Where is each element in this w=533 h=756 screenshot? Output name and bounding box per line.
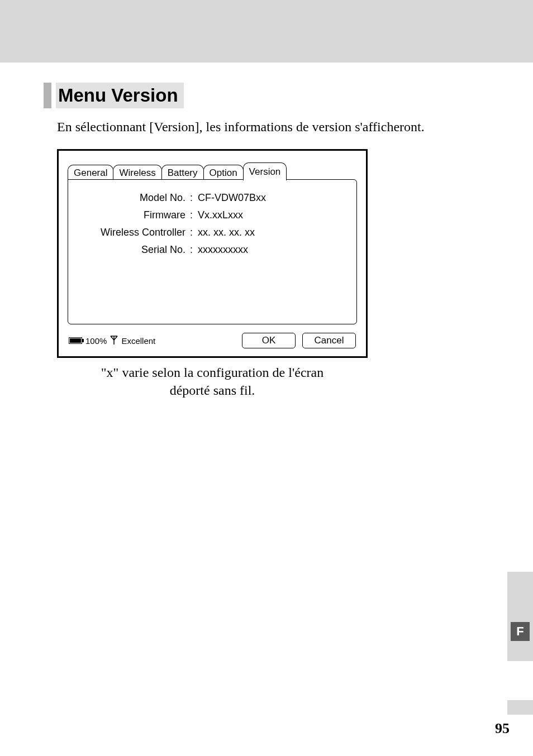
caption-line-2: déporté sans fil.	[170, 383, 255, 398]
figure-caption: "x" varie selon la configuration de l'éc…	[57, 363, 368, 400]
value-firmware: Vx.xxLxxx	[198, 209, 346, 221]
label-firmware: Firmware	[78, 209, 190, 221]
tab-version[interactable]: Version	[243, 162, 287, 181]
caption-line-1: "x" varie selon la configuration de l'éc…	[101, 365, 323, 380]
tab-general[interactable]: General	[68, 165, 113, 180]
tab-option[interactable]: Option	[203, 165, 244, 180]
colon: :	[190, 244, 198, 256]
heading-accent-bar	[44, 83, 51, 108]
page-number: 95	[495, 720, 510, 737]
colon: :	[190, 209, 198, 221]
status-indicators: 100% Excellent	[69, 336, 235, 346]
heading-text: Menu Version	[56, 83, 184, 108]
tab-battery[interactable]: Battery	[161, 165, 204, 180]
page-content: Menu Version En sélectionnant [Version],…	[0, 63, 533, 400]
intro-paragraph: En sélectionnant [Version], les informat…	[57, 119, 499, 135]
svg-line-1	[111, 336, 114, 340]
value-serial-no: xxxxxxxxxx	[198, 244, 346, 256]
antenna-icon	[110, 336, 118, 346]
side-strip	[507, 700, 533, 715]
battery-icon	[69, 337, 82, 344]
label-wireless-controller: Wireless Controller	[78, 227, 190, 238]
value-model-no: CF-VDW07Bxx	[198, 192, 346, 204]
row-wireless-controller: Wireless Controller : xx. xx. xx. xx	[78, 227, 346, 238]
battery-percent: 100%	[85, 336, 107, 346]
version-dialog: General Wireless Battery Option Version …	[57, 149, 368, 358]
value-wireless-controller: xx. xx. xx. xx	[198, 227, 346, 238]
row-serial-no: Serial No. : xxxxxxxxxx	[78, 244, 346, 256]
side-thumb-tab: F	[507, 572, 533, 661]
header-band	[0, 0, 533, 63]
tab-strip: General Wireless Battery Option Version	[68, 161, 357, 180]
label-model-no: Model No.	[78, 192, 190, 204]
section-heading: Menu Version	[44, 83, 499, 108]
signal-text: Excellent	[121, 336, 155, 346]
tab-panel-version: Model No. : CF-VDW07Bxx Firmware : Vx.xx…	[68, 179, 357, 324]
tab-wireless[interactable]: Wireless	[113, 165, 161, 180]
svg-line-2	[114, 336, 117, 340]
row-firmware: Firmware : Vx.xxLxxx	[78, 209, 346, 221]
label-serial-no: Serial No.	[78, 244, 190, 256]
colon: :	[190, 227, 198, 238]
colon: :	[190, 192, 198, 204]
dialog-status-bar: 100% Excellent OK Cancel	[65, 333, 359, 348]
row-model-no: Model No. : CF-VDW07Bxx	[78, 192, 346, 204]
cancel-button[interactable]: Cancel	[302, 333, 356, 348]
ok-button[interactable]: OK	[242, 333, 296, 348]
side-tab-letter: F	[511, 622, 530, 641]
